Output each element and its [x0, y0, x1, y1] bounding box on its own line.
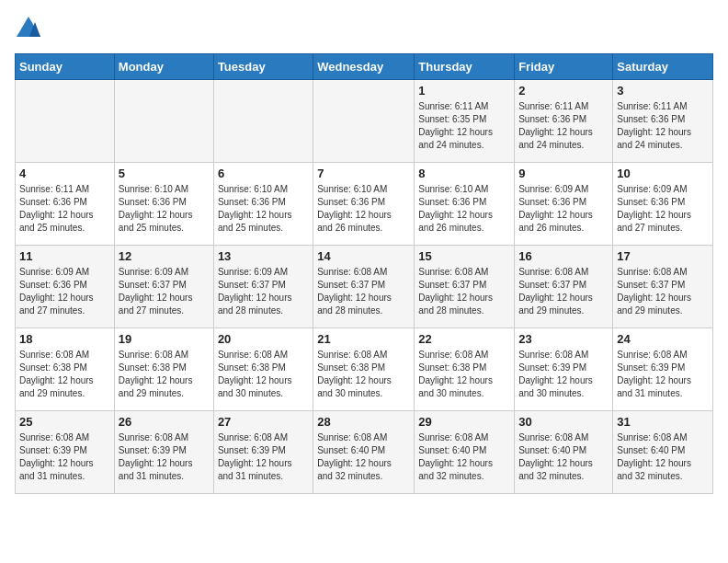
weekday-header-cell: Sunday — [16, 54, 115, 80]
calendar-cell: 25Sunrise: 6:08 AM Sunset: 6:39 PM Dayli… — [16, 411, 115, 494]
day-number: 7 — [317, 167, 410, 180]
weekday-header-cell: Wednesday — [313, 54, 415, 80]
calendar-cell: 3Sunrise: 6:11 AM Sunset: 6:36 PM Daylig… — [613, 80, 713, 163]
calendar-cell — [16, 80, 115, 163]
calendar-cell: 31Sunrise: 6:08 AM Sunset: 6:40 PM Dayli… — [613, 411, 713, 494]
calendar-cell: 4Sunrise: 6:11 AM Sunset: 6:36 PM Daylig… — [16, 163, 115, 246]
calendar-cell: 30Sunrise: 6:08 AM Sunset: 6:40 PM Dayli… — [515, 411, 613, 494]
weekday-header-cell: Friday — [515, 54, 613, 80]
day-info: Sunrise: 6:08 AM Sunset: 6:37 PM Dayligh… — [518, 266, 609, 317]
calendar-cell: 21Sunrise: 6:08 AM Sunset: 6:38 PM Dayli… — [313, 328, 415, 411]
day-number: 6 — [218, 167, 309, 180]
day-info: Sunrise: 6:08 AM Sunset: 6:38 PM Dayligh… — [119, 349, 210, 400]
calendar-cell: 11Sunrise: 6:09 AM Sunset: 6:36 PM Dayli… — [16, 246, 115, 328]
calendar-cell: 7Sunrise: 6:10 AM Sunset: 6:36 PM Daylig… — [313, 163, 415, 246]
day-number: 15 — [418, 249, 510, 263]
calendar-cell — [114, 80, 213, 163]
day-info: Sunrise: 6:08 AM Sunset: 6:37 PM Dayligh… — [317, 266, 410, 317]
calendar-cell: 2Sunrise: 6:11 AM Sunset: 6:36 PM Daylig… — [515, 80, 613, 163]
day-info: Sunrise: 6:08 AM Sunset: 6:39 PM Dayligh… — [617, 349, 709, 400]
calendar-cell — [213, 80, 313, 163]
day-number: 12 — [119, 249, 210, 263]
day-number: 2 — [518, 84, 609, 98]
day-info: Sunrise: 6:08 AM Sunset: 6:38 PM Dayligh… — [218, 349, 309, 400]
calendar-week-row: 11Sunrise: 6:09 AM Sunset: 6:36 PM Dayli… — [16, 246, 713, 328]
day-number: 1 — [418, 84, 510, 98]
day-number: 21 — [317, 332, 410, 346]
day-info: Sunrise: 6:11 AM Sunset: 6:36 PM Dayligh… — [617, 100, 709, 152]
day-info: Sunrise: 6:09 AM Sunset: 6:36 PM Dayligh… — [19, 266, 110, 317]
day-info: Sunrise: 6:11 AM Sunset: 6:35 PM Dayligh… — [418, 100, 510, 152]
day-number: 31 — [617, 415, 709, 429]
day-info: Sunrise: 6:08 AM Sunset: 6:39 PM Dayligh… — [218, 431, 309, 483]
calendar-cell: 23Sunrise: 6:08 AM Sunset: 6:39 PM Dayli… — [515, 328, 613, 411]
day-info: Sunrise: 6:08 AM Sunset: 6:38 PM Dayligh… — [19, 349, 110, 400]
day-info: Sunrise: 6:09 AM Sunset: 6:36 PM Dayligh… — [518, 183, 609, 235]
day-info: Sunrise: 6:08 AM Sunset: 6:39 PM Dayligh… — [19, 431, 110, 483]
calendar-cell: 26Sunrise: 6:08 AM Sunset: 6:39 PM Dayli… — [114, 411, 213, 494]
calendar-cell: 10Sunrise: 6:09 AM Sunset: 6:36 PM Dayli… — [613, 163, 713, 246]
calendar-table: SundayMondayTuesdayWednesdayThursdayFrid… — [15, 53, 713, 494]
calendar-cell: 17Sunrise: 6:08 AM Sunset: 6:37 PM Dayli… — [613, 246, 713, 328]
calendar-week-row: 25Sunrise: 6:08 AM Sunset: 6:39 PM Dayli… — [16, 411, 713, 494]
calendar-cell: 13Sunrise: 6:09 AM Sunset: 6:37 PM Dayli… — [213, 246, 313, 328]
day-number: 4 — [19, 167, 110, 180]
day-number: 18 — [19, 332, 110, 346]
day-number: 5 — [119, 167, 210, 180]
calendar-cell: 5Sunrise: 6:10 AM Sunset: 6:36 PM Daylig… — [114, 163, 213, 246]
day-info: Sunrise: 6:11 AM Sunset: 6:36 PM Dayligh… — [19, 183, 110, 235]
day-number: 24 — [617, 332, 709, 346]
day-info: Sunrise: 6:11 AM Sunset: 6:36 PM Dayligh… — [518, 100, 609, 152]
day-number: 28 — [317, 415, 410, 429]
day-info: Sunrise: 6:08 AM Sunset: 6:38 PM Dayligh… — [418, 349, 510, 400]
day-number: 13 — [218, 249, 309, 263]
logo — [15, 15, 46, 42]
day-number: 9 — [518, 167, 609, 180]
day-info: Sunrise: 6:08 AM Sunset: 6:40 PM Dayligh… — [418, 431, 510, 483]
day-info: Sunrise: 6:08 AM Sunset: 6:40 PM Dayligh… — [518, 431, 609, 483]
day-number: 14 — [317, 249, 410, 263]
day-number: 17 — [617, 249, 709, 263]
calendar-cell: 24Sunrise: 6:08 AM Sunset: 6:39 PM Dayli… — [613, 328, 713, 411]
day-info: Sunrise: 6:10 AM Sunset: 6:36 PM Dayligh… — [218, 183, 309, 235]
day-info: Sunrise: 6:09 AM Sunset: 6:37 PM Dayligh… — [119, 266, 210, 317]
day-info: Sunrise: 6:08 AM Sunset: 6:37 PM Dayligh… — [418, 266, 510, 317]
calendar-week-row: 4Sunrise: 6:11 AM Sunset: 6:36 PM Daylig… — [16, 163, 713, 246]
day-number: 3 — [617, 84, 709, 98]
day-info: Sunrise: 6:10 AM Sunset: 6:36 PM Dayligh… — [418, 183, 510, 235]
day-info: Sunrise: 6:10 AM Sunset: 6:36 PM Dayligh… — [317, 183, 410, 235]
calendar-cell: 29Sunrise: 6:08 AM Sunset: 6:40 PM Dayli… — [415, 411, 515, 494]
weekday-header-row: SundayMondayTuesdayWednesdayThursdayFrid… — [16, 54, 713, 80]
calendar-cell: 6Sunrise: 6:10 AM Sunset: 6:36 PM Daylig… — [213, 163, 313, 246]
day-info: Sunrise: 6:10 AM Sunset: 6:36 PM Dayligh… — [119, 183, 210, 235]
calendar-cell: 16Sunrise: 6:08 AM Sunset: 6:37 PM Dayli… — [515, 246, 613, 328]
calendar-week-row: 1Sunrise: 6:11 AM Sunset: 6:35 PM Daylig… — [16, 80, 713, 163]
day-number: 30 — [518, 415, 609, 429]
logo-icon — [15, 15, 42, 42]
day-number: 16 — [518, 249, 609, 263]
day-number: 23 — [518, 332, 609, 346]
calendar-cell — [313, 80, 415, 163]
day-number: 26 — [119, 415, 210, 429]
day-number: 20 — [218, 332, 309, 346]
weekday-header-cell: Monday — [114, 54, 213, 80]
calendar-cell: 18Sunrise: 6:08 AM Sunset: 6:38 PM Dayli… — [16, 328, 115, 411]
day-info: Sunrise: 6:08 AM Sunset: 6:40 PM Dayligh… — [617, 431, 709, 483]
weekday-header-cell: Thursday — [415, 54, 515, 80]
day-info: Sunrise: 6:09 AM Sunset: 6:36 PM Dayligh… — [617, 183, 709, 235]
day-number: 22 — [418, 332, 510, 346]
day-number: 8 — [418, 167, 510, 180]
calendar-cell: 28Sunrise: 6:08 AM Sunset: 6:40 PM Dayli… — [313, 411, 415, 494]
day-info: Sunrise: 6:09 AM Sunset: 6:37 PM Dayligh… — [218, 266, 309, 317]
calendar-cell: 1Sunrise: 6:11 AM Sunset: 6:35 PM Daylig… — [415, 80, 515, 163]
day-info: Sunrise: 6:08 AM Sunset: 6:39 PM Dayligh… — [518, 349, 609, 400]
calendar-cell: 22Sunrise: 6:08 AM Sunset: 6:38 PM Dayli… — [415, 328, 515, 411]
day-number: 11 — [19, 249, 110, 263]
calendar-week-row: 18Sunrise: 6:08 AM Sunset: 6:38 PM Dayli… — [16, 328, 713, 411]
day-number: 19 — [119, 332, 210, 346]
weekday-header-cell: Tuesday — [213, 54, 313, 80]
day-number: 27 — [218, 415, 309, 429]
day-info: Sunrise: 6:08 AM Sunset: 6:37 PM Dayligh… — [617, 266, 709, 317]
calendar-cell: 8Sunrise: 6:10 AM Sunset: 6:36 PM Daylig… — [415, 163, 515, 246]
calendar-cell: 9Sunrise: 6:09 AM Sunset: 6:36 PM Daylig… — [515, 163, 613, 246]
